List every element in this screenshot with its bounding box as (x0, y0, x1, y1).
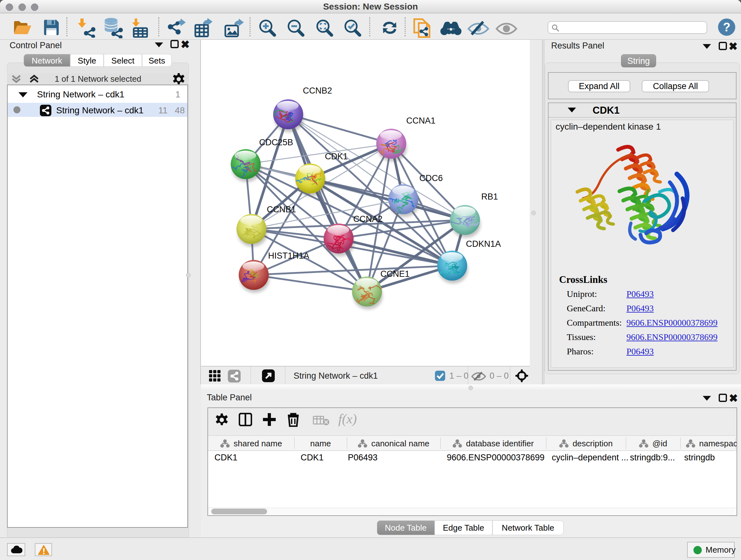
svg-text:CCNE1: CCNE1 (381, 269, 410, 279)
svg-text:CDC25B: CDC25B (259, 138, 293, 147)
svg-text:CCNB2: CCNB2 (303, 86, 332, 96)
svg-text:CDKN1A: CDKN1A (466, 239, 501, 249)
svg-text:HIST1H1A: HIST1H1A (268, 251, 309, 260)
svg-text:CCNA2: CCNA2 (353, 214, 383, 224)
svg-text:CDK1: CDK1 (325, 152, 348, 161)
svg-text:CCNB1: CCNB1 (267, 205, 296, 214)
svg-text:CDC6: CDC6 (419, 173, 443, 183)
svg-text:CCNA1: CCNA1 (406, 116, 435, 125)
svg-text:RB1: RB1 (481, 192, 498, 201)
